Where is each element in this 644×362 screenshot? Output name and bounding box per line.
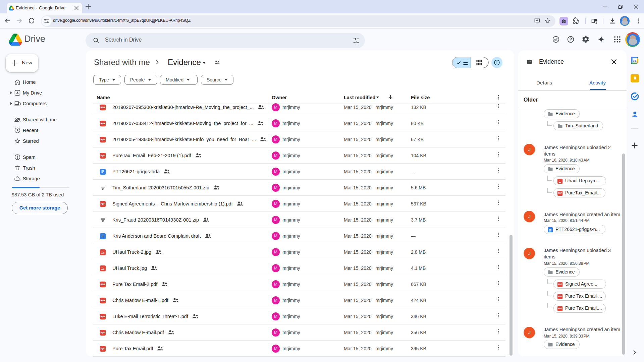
svg-text:31: 31 bbox=[633, 59, 637, 62]
